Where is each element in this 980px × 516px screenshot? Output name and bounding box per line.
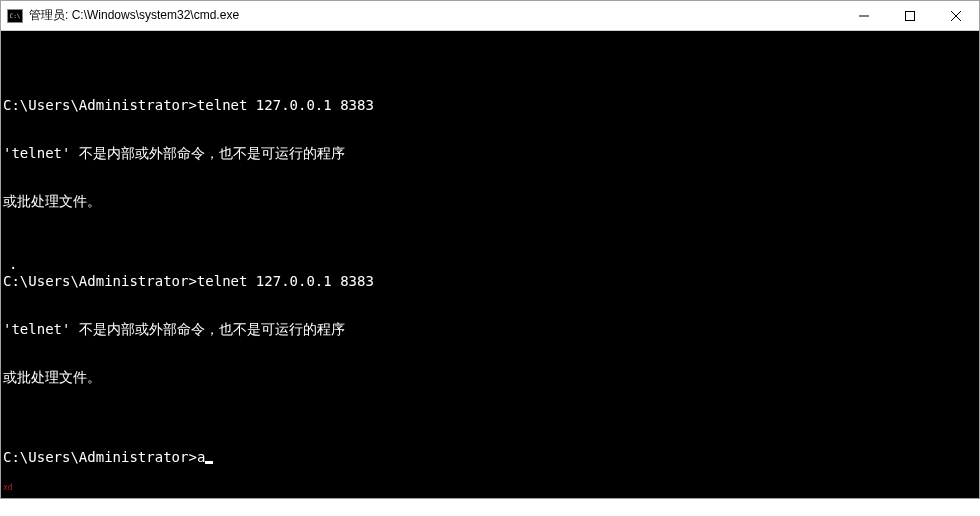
cmd-icon bbox=[7, 9, 23, 23]
red-marker: xd bbox=[3, 480, 13, 496]
close-icon bbox=[951, 11, 961, 21]
terminal-current-line: C:\Users\Administrator>a bbox=[3, 449, 977, 465]
terminal-input: a bbox=[197, 449, 205, 465]
terminal-line: C:\Users\Administrator>telnet 127.0.0.1 … bbox=[3, 273, 977, 289]
terminal-cursor bbox=[205, 461, 213, 464]
svg-rect-1 bbox=[906, 11, 915, 20]
stray-dot: . bbox=[9, 256, 17, 272]
terminal-line: 'telnet' 不是内部或外部命令，也不是可运行的程序 bbox=[3, 321, 977, 337]
terminal-line: 'telnet' 不是内部或外部命令，也不是可运行的程序 bbox=[3, 145, 977, 161]
minimize-button[interactable] bbox=[841, 1, 887, 30]
cmd-window: 管理员: C:\Windows\system32\cmd.exe C: bbox=[0, 0, 980, 499]
maximize-icon bbox=[905, 11, 915, 21]
terminal-line: 或批处理文件。 bbox=[3, 369, 977, 385]
minimize-icon bbox=[859, 11, 869, 21]
titlebar[interactable]: 管理员: C:\Windows\system32\cmd.exe bbox=[1, 1, 979, 31]
maximize-button[interactable] bbox=[887, 1, 933, 30]
terminal-prompt: C:\Users\Administrator> bbox=[3, 449, 197, 465]
terminal-area[interactable]: C:\Users\Administrator>telnet 127.0.0.1 … bbox=[1, 31, 979, 498]
close-button[interactable] bbox=[933, 1, 979, 30]
terminal-line: C:\Users\Administrator>telnet 127.0.0.1 … bbox=[3, 97, 977, 113]
terminal-line: 或批处理文件。 bbox=[3, 193, 977, 209]
window-title: 管理员: C:\Windows\system32\cmd.exe bbox=[29, 7, 841, 24]
window-controls bbox=[841, 1, 979, 30]
